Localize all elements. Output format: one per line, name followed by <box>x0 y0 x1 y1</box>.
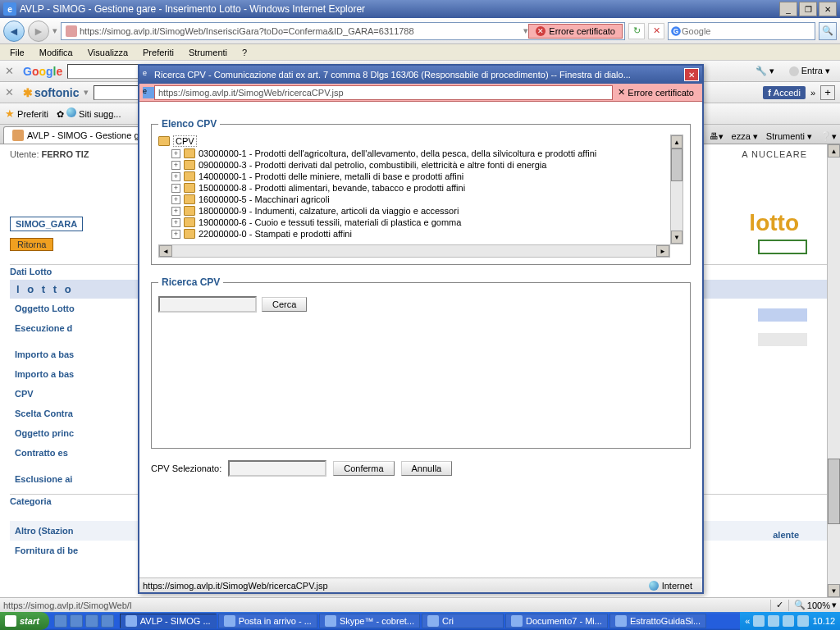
favorites-button[interactable]: ★ Preferiti <box>5 107 48 120</box>
tree-root[interactable]: CPV <box>158 135 669 148</box>
ql-icon[interactable] <box>85 614 98 628</box>
back-button[interactable]: ◄ <box>3 21 25 42</box>
taskbar-button[interactable]: Documento7 - Mi... <box>505 614 608 628</box>
restore-button[interactable]: ❐ <box>799 2 817 16</box>
tree-item[interactable]: +22000000-0 - Stampati e prodotti affini <box>158 228 669 240</box>
dropdown-icon[interactable]: ▾ <box>84 87 89 98</box>
scroll-thumb[interactable] <box>828 459 840 524</box>
taskbar-button[interactable]: Skype™ - cobret... <box>319 614 420 628</box>
taskbar-button[interactable]: Posta in arrivo - ... <box>218 614 317 628</box>
forward-button[interactable]: ► <box>28 21 49 42</box>
globe-icon <box>649 581 659 591</box>
tools-button[interactable]: Strumenti ▾ <box>766 131 812 142</box>
google-entra-button[interactable]: Entra ▾ <box>784 64 835 78</box>
siti-suggeriti-button[interactable]: ✿ Siti sugg... <box>57 107 121 120</box>
tree-item[interactable]: +16000000-5 - Macchinari agricoli <box>158 194 669 205</box>
close-toolbar-button[interactable]: ✕ <box>5 65 18 77</box>
expand-icon[interactable]: + <box>171 161 180 170</box>
expand-icon[interactable]: + <box>171 172 180 181</box>
ql-icon[interactable] <box>70 614 83 628</box>
scroll-left-icon[interactable]: ◄ <box>159 245 172 257</box>
scroll-down-icon[interactable]: ▼ <box>671 231 682 244</box>
dialog-statusbar: https://simog.avlp.it/SimogWeb/ricercaCP… <box>139 578 702 592</box>
ql-icon[interactable] <box>101 614 114 628</box>
ie-icon: e <box>3 2 16 16</box>
menu-visualizza[interactable]: Visualizza <box>81 46 135 59</box>
minimize-button[interactable]: _ <box>779 2 797 16</box>
tree-item[interactable]: +19000000-6 - Cuoio e tessuti tessili, m… <box>158 217 669 228</box>
taskbar-button[interactable]: Cri <box>422 614 504 628</box>
tree-hscrollbar[interactable]: ◄ ► <box>158 244 670 258</box>
taskbar-button[interactable]: EstrattoGuidaSi... <box>609 614 706 628</box>
expand-icon[interactable]: + <box>171 230 180 239</box>
dialog-titlebar[interactable]: e Ricerca CPV - Comunicazione dati ex ar… <box>139 66 702 84</box>
tray-icon[interactable] <box>768 615 779 627</box>
tree-item[interactable]: +09000000-3 - Prodotti derivati dal petr… <box>158 159 669 171</box>
scroll-up-icon[interactable]: ▲ <box>671 135 682 148</box>
dropdown-icon[interactable]: ▾ <box>52 25 57 36</box>
tray-icon[interactable] <box>797 615 809 627</box>
tree-item[interactable]: +14000000-1 - Prodotti delle miniere, me… <box>158 171 669 182</box>
page-button[interactable]: ezza ▾ <box>732 131 758 142</box>
conferma-button[interactable]: Conferma <box>333 461 394 476</box>
ricerca-input[interactable] <box>158 296 257 313</box>
folder-icon <box>184 194 195 204</box>
facebook-accedi-button[interactable]: f Accedi <box>763 86 806 99</box>
search-go-button[interactable]: 🔍 <box>819 22 837 40</box>
dialog-cert-error[interactable]: ✕ Errore certificato <box>613 85 699 99</box>
expand-icon[interactable]: + <box>171 184 180 193</box>
scroll-up-icon[interactable]: ▲ <box>828 144 840 158</box>
more-button[interactable]: » <box>810 88 815 98</box>
browser-search-box[interactable]: G <box>668 22 815 40</box>
scroll-thumb[interactable] <box>671 148 682 181</box>
tab-label: AVLP - SIMOG - Gestione ga... <box>27 130 152 140</box>
expand-icon[interactable]: + <box>171 207 180 216</box>
page-scrollbar[interactable]: ▲ ▼ <box>827 144 840 597</box>
google-more-button[interactable]: 🔧 ▾ <box>751 64 779 78</box>
ritorna-button[interactable]: Ritorna <box>10 238 53 251</box>
add-toolbar-button[interactable]: + <box>820 85 835 100</box>
menu-help[interactable]: ? <box>235 46 253 59</box>
cert-error-badge[interactable]: ✕ Errore certificato <box>528 24 623 39</box>
tray-icon[interactable] <box>783 615 794 627</box>
taskbar-button[interactable]: AVLP - SIMOG ... <box>120 614 217 628</box>
refresh-button[interactable]: ↻ <box>628 23 645 39</box>
scroll-down-icon[interactable]: ▼ <box>828 584 840 597</box>
tray-icon[interactable] <box>753 615 765 627</box>
selezionato-label: CPV Selezionato: <box>151 463 221 473</box>
help-button[interactable]: ❔▾ <box>820 131 837 142</box>
scroll-right-icon[interactable]: ► <box>656 245 669 257</box>
cpv-tree[interactable]: CPV +03000000-1 - Prodotti dell'agricolt… <box>158 135 683 258</box>
menu-file[interactable]: File <box>3 46 31 59</box>
dialog-close-button[interactable]: ✕ <box>684 68 699 81</box>
print-button[interactable]: 🖶▾ <box>710 131 724 142</box>
tree-item[interactable]: +03000000-1 - Prodotti dell'agricoltura,… <box>158 148 669 159</box>
stop-button[interactable]: ✕ <box>648 23 664 39</box>
tray-expand-button[interactable]: « <box>745 616 750 626</box>
clock[interactable]: 10.12 <box>812 616 835 626</box>
annulla-button[interactable]: Annulla <box>401 461 453 476</box>
menu-preferiti[interactable]: Preferiti <box>136 46 180 59</box>
folder-icon <box>184 206 195 216</box>
tree-vscrollbar[interactable]: ▲ ▼ <box>670 135 683 244</box>
ql-icon[interactable] <box>54 614 67 628</box>
close-toolbar-button[interactable]: ✕ <box>5 86 18 98</box>
selezionato-input[interactable] <box>228 460 326 477</box>
address-bar[interactable]: https://simog.avlp.it/SimogWeb/Inserisci… <box>61 22 625 40</box>
start-button[interactable]: start <box>0 612 49 630</box>
dialog-url[interactable]: https://simog.avlp.it/SimogWeb/ricercaCP… <box>154 85 613 100</box>
expand-icon[interactable]: + <box>171 149 180 158</box>
browser-search-input[interactable] <box>682 26 811 36</box>
cerca-button[interactable]: Cerca <box>262 297 307 312</box>
menu-modifica[interactable]: Modifica <box>33 46 80 59</box>
zoom-control[interactable]: 🔍 100% ▾ <box>794 600 837 610</box>
expand-icon[interactable]: + <box>171 195 180 204</box>
menu-strumenti[interactable]: Strumenti <box>182 46 234 59</box>
folder-icon <box>184 171 195 181</box>
tree-item[interactable]: +18000000-9 - Indumenti, calzature, arti… <box>158 205 669 217</box>
folder-icon <box>184 148 195 158</box>
app-icon <box>325 615 336 627</box>
expand-icon[interactable]: + <box>171 218 180 227</box>
tree-item[interactable]: +15000000-8 - Prodotti alimentari, bevan… <box>158 182 669 194</box>
close-button[interactable]: ✕ <box>819 2 837 16</box>
